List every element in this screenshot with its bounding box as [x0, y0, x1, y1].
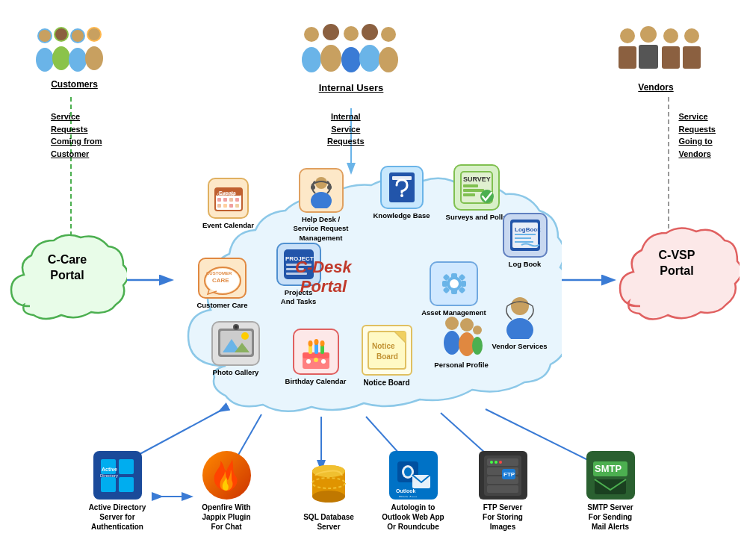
- svg-point-151: [490, 461, 493, 464]
- svg-point-118: [445, 317, 459, 330]
- svg-point-57: [311, 185, 315, 190]
- svg-point-107: [308, 340, 312, 346]
- svg-point-41: [684, 28, 699, 43]
- svg-point-56: [311, 192, 332, 208]
- internal-users-label: Internal Users: [319, 82, 384, 93]
- ftp-label: FTP ServerFor StoringImages: [483, 503, 523, 532]
- vendor-services-label: Vendor Services: [492, 342, 548, 351]
- vendors-side-label: ServiceRequestsGoing toVendors: [678, 111, 716, 160]
- module-logbook: LogBook Log Book: [489, 213, 560, 269]
- sql-label: SQL DatabaseServer: [303, 512, 354, 532]
- notice-board-label: Notice Board: [363, 378, 409, 388]
- smtp-label: SMTP ServerFor SendingMail Alerts: [587, 503, 633, 532]
- svg-point-14: [36, 48, 54, 72]
- svg-point-20: [85, 46, 103, 70]
- svg-point-18: [69, 48, 87, 72]
- svg-text:Active: Active: [102, 467, 117, 472]
- svg-point-123: [472, 337, 483, 355]
- svg-point-108: [314, 339, 318, 345]
- module-notice-board: Notice Board Notice Board: [351, 325, 422, 388]
- svg-rect-148: [487, 485, 518, 493]
- svg-rect-38: [639, 45, 658, 69]
- svg-rect-105: [314, 343, 318, 354]
- svg-point-28: [320, 45, 341, 72]
- ccare-portal: C-CarePortal: [7, 231, 127, 332]
- knowledge-base-label: Knowledge Base: [373, 211, 430, 220]
- customer-care-label: Customer Care: [196, 301, 247, 310]
- svg-rect-48: [223, 198, 227, 202]
- openfire-label: Openfire WithJappix PluginFor Chat: [202, 503, 250, 532]
- svg-point-58: [327, 185, 332, 190]
- integration-ftp: FTP FTP ServerFor StoringImages: [462, 451, 544, 532]
- svg-text:Directory: Directory: [100, 473, 118, 478]
- svg-rect-54: [235, 204, 239, 208]
- svg-text:SMTP: SMTP: [595, 463, 622, 474]
- svg-point-21: [39, 30, 51, 42]
- svg-point-99: [241, 332, 249, 340]
- customers-label: Customers: [51, 79, 98, 90]
- internal-service-label: InternalServiceRequests: [327, 111, 365, 148]
- event-calendar-label: Event Calendar: [202, 221, 254, 230]
- module-photo-gallery: Photo Gallery: [200, 321, 271, 377]
- svg-point-35: [620, 28, 635, 43]
- svg-point-37: [640, 26, 657, 43]
- customers-icon: [31, 22, 117, 75]
- svg-point-94: [506, 318, 533, 339]
- svg-point-122: [473, 326, 482, 335]
- svg-point-22: [55, 28, 67, 40]
- svg-point-27: [323, 24, 339, 40]
- module-customer-care: CUSTOMER CARE Customer Care: [187, 258, 258, 310]
- diagram-container: Customers ServiceRequestsComing fromCust…: [0, 0, 747, 560]
- svg-rect-88: [461, 281, 466, 287]
- svg-text:CARE: CARE: [212, 277, 229, 284]
- svg-text:Outlook: Outlook: [396, 488, 416, 494]
- integration-openfire: Openfire WithJappix PluginFor Chat: [185, 451, 267, 532]
- svg-text:Web App: Web App: [399, 495, 418, 497]
- svg-text:CUSTOMER: CUSTOMER: [206, 271, 232, 276]
- integration-sql: SQL DatabaseServer: [288, 461, 370, 532]
- svg-point-152: [495, 461, 498, 464]
- svg-rect-53: [229, 204, 233, 208]
- svg-rect-86: [451, 289, 457, 294]
- svg-rect-36: [619, 46, 636, 69]
- personal-profile-label: Personal Profile: [434, 361, 488, 370]
- svg-rect-73: [515, 241, 533, 243]
- svg-rect-127: [101, 477, 116, 492]
- integration-autologin: Outlook Web App Autologin toOutlook Web …: [372, 451, 454, 532]
- svg-rect-85: [451, 273, 457, 279]
- svg-rect-49: [229, 198, 233, 202]
- svg-point-25: [304, 27, 319, 42]
- module-helpdesk: Help Desk /Service RequestManagement: [285, 168, 356, 243]
- svg-text:Calendar: Calendar: [217, 191, 235, 196]
- autologin-label: Autologin toOutlook Web AppOr Roundcube: [382, 503, 444, 532]
- logbook-label: Log Book: [509, 260, 542, 269]
- svg-rect-126: [119, 459, 134, 474]
- module-birthday-calendar: Birthday Calendar: [280, 329, 351, 386]
- svg-point-23: [72, 30, 84, 42]
- cvsp-portal: C-VSPPortal: [614, 224, 740, 332]
- helpdesk-label: Help Desk /Service RequestManagement: [294, 215, 349, 243]
- svg-point-24: [88, 28, 100, 40]
- svg-text:SURVEY: SURVEY: [463, 175, 491, 183]
- svg-point-26: [302, 47, 321, 72]
- vendors-group: Vendors: [611, 22, 701, 93]
- module-knowledge-base: Knowledge Base: [366, 166, 437, 220]
- cvsp-label: C-VSPPortal: [623, 248, 731, 279]
- svg-point-39: [663, 28, 678, 43]
- svg-rect-65: [463, 189, 484, 192]
- svg-point-32: [359, 45, 380, 72]
- module-personal-profile: Personal Profile: [426, 310, 497, 370]
- svg-rect-87: [442, 281, 447, 287]
- svg-rect-40: [662, 46, 680, 69]
- svg-point-112: [321, 359, 326, 364]
- svg-point-84: [450, 279, 459, 288]
- svg-point-140: [404, 467, 412, 476]
- svg-point-111: [314, 358, 318, 362]
- integration-smtp: SMTP SMTP ServerFor SendingMail Alerts: [569, 451, 651, 532]
- svg-rect-42: [683, 46, 701, 69]
- integration-active-directory: Active Directory Active DirectoryServer …: [76, 451, 158, 532]
- svg-point-120: [460, 318, 474, 332]
- svg-point-31: [362, 24, 378, 40]
- birthday-calendar-label: Birthday Calendar: [285, 377, 347, 386]
- svg-rect-47: [217, 198, 221, 202]
